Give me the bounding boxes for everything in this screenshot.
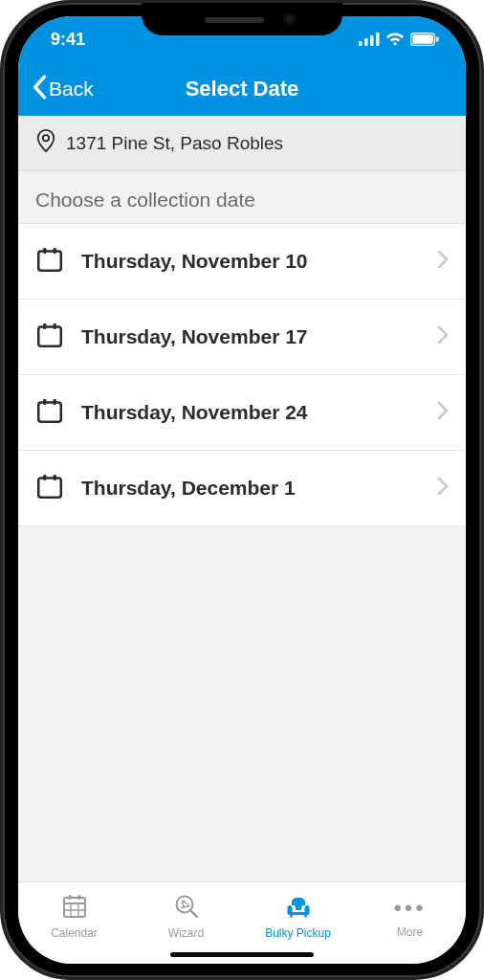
svg-rect-17 [38, 478, 61, 497]
svg-rect-2 [370, 35, 374, 46]
tab-label: Wizard [168, 926, 204, 940]
address-bar: 1371 Pine St, Paso Robles [18, 116, 466, 171]
signal-icon [359, 33, 380, 46]
battery-icon [410, 33, 439, 46]
chevron-right-icon [437, 325, 449, 348]
svg-point-7 [43, 135, 49, 141]
svg-rect-10 [54, 248, 56, 254]
tab-wizard[interactable]: Wizard [130, 882, 242, 950]
svg-rect-9 [43, 248, 46, 254]
calendar-icon [35, 472, 64, 504]
chevron-right-icon [437, 401, 449, 424]
svg-rect-25 [69, 895, 72, 900]
date-row[interactable]: Thursday, December 1 [18, 451, 466, 526]
date-row[interactable]: Thursday, November 24 [18, 375, 466, 451]
recycle-search-icon [173, 893, 200, 923]
svg-rect-0 [359, 41, 363, 46]
back-button[interactable]: Back [32, 75, 94, 104]
home-indicator[interactable] [170, 952, 314, 957]
tab-label: Bulky Pickup [265, 926, 331, 940]
address-text: 1371 Pine St, Paso Robles [66, 133, 283, 154]
calendar-icon [35, 321, 64, 353]
section-header: Choose a collection date [18, 171, 466, 224]
date-label: Thursday, November 10 [81, 250, 420, 273]
calendar-icon [35, 245, 64, 278]
svg-rect-29 [290, 915, 293, 918]
empty-space [18, 526, 466, 881]
svg-rect-18 [43, 475, 46, 480]
back-label: Back [49, 78, 94, 100]
calendar-grid-icon [61, 893, 88, 923]
status-time: 9:41 [51, 30, 85, 50]
svg-rect-20 [64, 898, 85, 917]
svg-rect-19 [54, 475, 56, 480]
tab-bulky-pickup[interactable]: Bulky Pickup [242, 882, 354, 950]
tab-label: Calendar [51, 926, 98, 940]
svg-rect-26 [77, 895, 80, 900]
calendar-icon [35, 396, 64, 429]
date-label: Thursday, December 1 [81, 477, 420, 500]
svg-rect-12 [43, 323, 46, 329]
svg-rect-1 [364, 38, 368, 46]
armchair-icon [285, 893, 312, 923]
device-notch [142, 3, 342, 35]
svg-rect-3 [376, 33, 380, 46]
date-label: Thursday, November 17 [81, 325, 420, 348]
svg-rect-14 [38, 402, 61, 421]
screen: 9:41 Back Select Date [18, 16, 466, 964]
svg-rect-5 [412, 34, 433, 44]
svg-rect-30 [304, 915, 307, 918]
date-row[interactable]: Thursday, November 17 [18, 300, 466, 375]
svg-line-28 [190, 911, 197, 918]
tab-more[interactable]: ••• More [354, 882, 466, 950]
date-list: Thursday, November 10 Thursday, November… [18, 224, 466, 526]
date-row[interactable]: Thursday, November 10 [18, 224, 466, 300]
svg-rect-15 [43, 399, 46, 405]
device-frame: 9:41 Back Select Date [3, 3, 481, 977]
chevron-right-icon [437, 477, 449, 500]
svg-rect-13 [54, 323, 56, 329]
navigation-bar: Back Select Date [18, 62, 466, 116]
svg-rect-8 [38, 251, 61, 270]
more-dots-icon: ••• [393, 895, 426, 922]
location-pin-icon [35, 129, 56, 157]
svg-rect-16 [54, 399, 56, 405]
wifi-icon [385, 33, 405, 46]
svg-rect-6 [436, 37, 439, 42]
chevron-left-icon [32, 75, 47, 104]
svg-rect-11 [38, 326, 61, 345]
tab-label: More [397, 925, 423, 939]
chevron-right-icon [437, 250, 449, 273]
date-label: Thursday, November 24 [81, 401, 420, 424]
tab-calendar[interactable]: Calendar [18, 882, 130, 950]
